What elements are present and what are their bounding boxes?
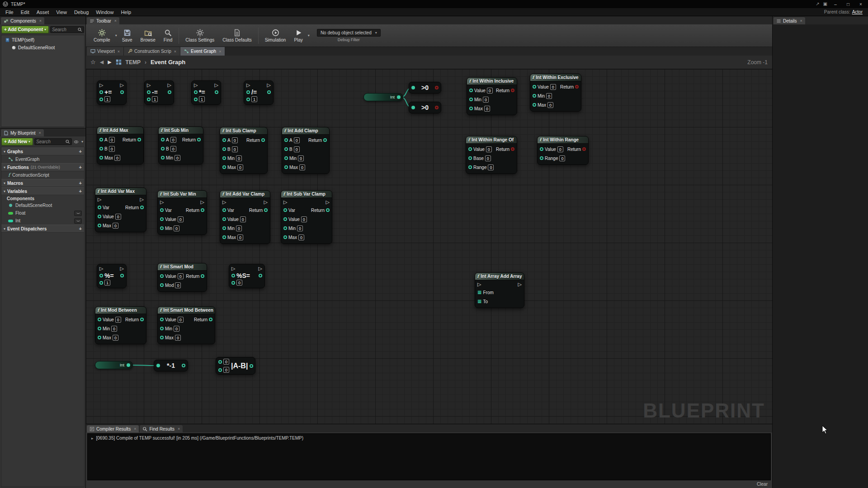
bool-pin-icon[interactable] — [435, 86, 439, 89]
toolbar-button-simulation[interactable]: Simulation — [261, 28, 290, 44]
int-pin-icon[interactable] — [222, 235, 226, 239]
int-pin-icon[interactable] — [261, 138, 265, 142]
menu-item-view[interactable]: View — [52, 9, 71, 15]
int-pin-icon[interactable] — [469, 89, 473, 92]
int-pin-icon[interactable] — [222, 226, 226, 230]
add-macros-button[interactable]: + — [79, 180, 82, 186]
int-pin-icon[interactable] — [140, 318, 144, 321]
exec-pin-icon[interactable]: ▷ — [140, 197, 144, 202]
add-new-button[interactable]: + Add New ▾ — [1, 138, 33, 145]
popout-icon[interactable]: ↗ — [816, 2, 819, 6]
exec-pin-icon[interactable]: ▷ — [120, 266, 124, 271]
int-pin-icon[interactable] — [259, 274, 262, 277]
node-int-smart-mod[interactable]: fInt Smart ModValue0ReturnMod0 — [157, 263, 207, 292]
int-pin-icon[interactable] — [215, 90, 218, 94]
int-pin-icon[interactable] — [201, 274, 204, 278]
exec-pin-icon[interactable]: ▷ — [246, 83, 250, 88]
int-pin-icon[interactable] — [98, 327, 101, 330]
minimize-button[interactable]: – — [831, 2, 840, 7]
collapse-arrow-icon[interactable]: ▾ — [4, 165, 5, 169]
int-pin-icon[interactable] — [120, 274, 124, 277]
pin-default-value[interactable]: 0 — [483, 97, 489, 103]
int-pin-icon[interactable] — [397, 95, 401, 99]
pin-default-value[interactable]: 0 — [175, 282, 181, 288]
int-pin-icon[interactable] — [540, 156, 543, 160]
exec-pin-icon[interactable]: ▷ — [231, 266, 235, 271]
int-pin-icon[interactable] — [231, 274, 235, 277]
pin-default-value[interactable]: 0 — [486, 146, 492, 152]
close-icon[interactable]: × — [39, 19, 42, 23]
int-pin-icon[interactable] — [222, 208, 226, 212]
int-pin-icon[interactable] — [147, 90, 151, 94]
int-pin-icon[interactable] — [99, 274, 103, 277]
toolbar-button-class-defaults[interactable]: Class Defaults — [218, 28, 255, 44]
pin-default-value[interactable]: 1 — [152, 96, 158, 102]
pin-default-value[interactable]: 0 — [178, 317, 184, 323]
close-button[interactable]: × — [856, 2, 865, 7]
debug-object-dropdown[interactable]: No debug object selected ▾ — [317, 29, 381, 37]
int-pin-icon[interactable] — [267, 90, 271, 94]
close-icon[interactable]: × — [39, 131, 41, 135]
node-int-mod-between[interactable]: fInt Mod BetweenValue0ReturnMin0Max0 — [95, 306, 146, 344]
int-pin-icon[interactable] — [222, 138, 226, 142]
toolbar-button-compile[interactable]: Compile — [90, 28, 114, 44]
pin-default-value[interactable]: 0 — [236, 225, 242, 231]
int-pin-icon[interactable] — [469, 107, 473, 110]
my-blueprint-tab[interactable]: My Blueprint × — [1, 129, 44, 136]
exec-pin-icon[interactable]: ▷ — [326, 200, 330, 205]
bool-pin-icon[interactable] — [575, 85, 579, 89]
tree-item-temp-self[interactable]: TEMP(self) — [1, 36, 84, 44]
toolbar-button-browse[interactable]: Browse — [137, 28, 160, 44]
menu-item-help[interactable]: Help — [117, 9, 135, 15]
toolbar-tab[interactable]: Toolbar × — [87, 17, 119, 24]
node-operator-s[interactable]: ▷▷%S=0 — [229, 264, 265, 288]
node-operator-[interactable]: ▷▷%=1 — [97, 264, 127, 288]
exec-pin-icon[interactable]: ▷ — [194, 83, 198, 88]
add-variables-button[interactable]: + — [79, 188, 82, 194]
section-macros[interactable]: ▾Macros+ — [1, 179, 84, 187]
close-icon[interactable]: × — [178, 427, 180, 431]
pin-default-value[interactable]: 0 — [109, 137, 115, 143]
int-pin-icon[interactable] — [140, 206, 144, 209]
pin-default-value[interactable]: 0 — [232, 137, 238, 143]
int-pin-icon[interactable] — [284, 147, 288, 151]
int-pin-icon[interactable] — [98, 318, 101, 321]
menu-item-window[interactable]: Window — [92, 9, 117, 15]
collapse-arrow-icon[interactable]: ▾ — [4, 227, 5, 231]
node-operator-[interactable]: ▷▷+=1 — [97, 80, 127, 105]
tab-compiler-results[interactable]: Compiler Results× — [87, 425, 139, 432]
int-pin-icon[interactable] — [283, 226, 287, 230]
pin-default-value[interactable]: 0 — [301, 216, 307, 222]
maximize-button[interactable]: □ — [844, 2, 853, 7]
eye-icon[interactable] — [73, 140, 79, 144]
pin-default-value[interactable]: 0 — [298, 155, 304, 161]
back-arrow-icon[interactable]: ◀ — [100, 60, 104, 65]
node-int-smart-mod-between[interactable]: fInt Smart Mod BetweenValue0ReturnMin0Ma… — [157, 306, 215, 344]
pin-default-value[interactable]: 0 — [547, 102, 553, 108]
section-variables[interactable]: ▾Variables+ — [1, 187, 84, 195]
pin-default-value[interactable]: 0 — [113, 335, 118, 341]
node-int-sub-min[interactable]: fInt Sub MinA0ReturnB0Min0 — [158, 127, 203, 164]
pin-default-value[interactable]: 0 — [174, 326, 179, 332]
exec-pin-icon[interactable]: ▷ — [267, 83, 271, 88]
array-pin-icon[interactable]: ▦ — [477, 299, 481, 304]
node-int-add-var-max[interactable]: fInt Add Var Max▷▷VarReturnValue0Max0 — [95, 188, 146, 232]
pin-default-value[interactable]: 0 — [236, 155, 242, 161]
list-item-eventgraph[interactable]: EventGraph — [1, 155, 84, 163]
int-pin-icon[interactable] — [218, 360, 222, 364]
expander-icon[interactable]: ▸ — [91, 436, 94, 441]
play-options-chevron-icon[interactable]: ▾ — [307, 33, 311, 38]
int-pin-icon[interactable] — [222, 217, 226, 221]
int-pin-icon[interactable] — [99, 98, 103, 101]
node-int-add-clamp[interactable]: fInt Add ClampA0ReturnB0Min0Max0 — [282, 127, 330, 174]
pin-default-value[interactable]: 0 — [223, 359, 229, 365]
toolbar-button-play[interactable]: Play — [290, 28, 307, 44]
int-pin-icon[interactable] — [323, 138, 327, 142]
node-int-sub-var-min[interactable]: fInt Sub Var Min▷▷VarReturnValue0Min0 — [157, 190, 207, 235]
int-pin-icon[interactable] — [326, 208, 330, 212]
pin-default-value[interactable]: 0 — [175, 155, 180, 161]
bool-pin-icon[interactable] — [435, 106, 439, 109]
int-pin-icon[interactable] — [160, 283, 164, 287]
toolbar-button-find[interactable]: Find — [160, 28, 176, 44]
add-functions-button[interactable]: + — [79, 164, 82, 170]
